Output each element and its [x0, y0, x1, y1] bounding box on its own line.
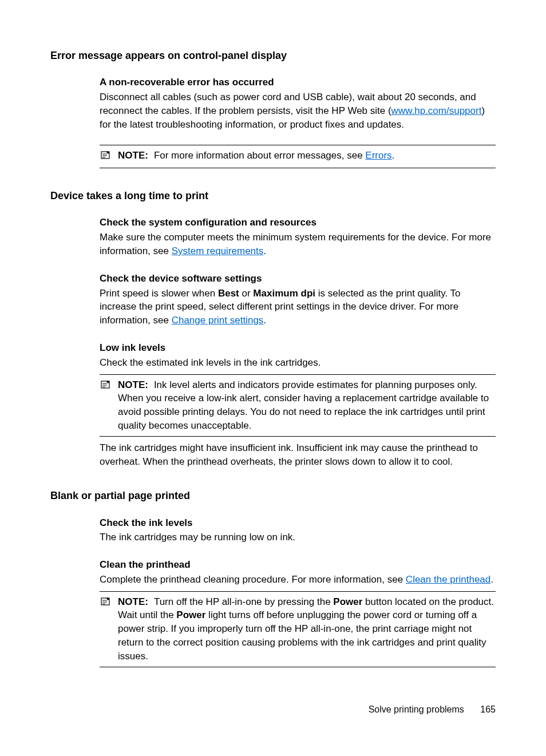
section-long-time-print: Device takes a long time to print Check …: [50, 189, 496, 468]
note-icon: [100, 596, 111, 611]
note-body-end: .: [392, 150, 395, 161]
note-text: NOTE:Ink level alerts and indicators pro…: [118, 378, 496, 433]
note-icon: [100, 150, 111, 164]
text-part: Make sure the computer meets the minimum…: [100, 232, 491, 256]
note-box-errors: NOTE:For more information about error me…: [100, 145, 496, 168]
note-body: For more information about error message…: [154, 150, 365, 161]
block-nonrecoverable: A non-recoverable error has occurred Dis…: [100, 76, 496, 131]
text-part: Complete the printhead cleaning procedur…: [100, 574, 406, 585]
section-blank-page: Blank or partial page printed Check the …: [50, 489, 496, 667]
subheading-nonrecoverable: A non-recoverable error has occurred: [100, 76, 496, 89]
block-check-ink: Check the ink levels The ink cartridges …: [100, 516, 496, 545]
heading-long-time: Device takes a long time to print: [50, 189, 496, 203]
subheading-clean-printhead: Clean the printhead: [100, 558, 496, 572]
text-check-ink: The ink cartridges may be running low on…: [100, 531, 496, 544]
page-number: 165: [480, 704, 496, 714]
heading-error-message: Error message appears on control-panel d…: [50, 49, 496, 63]
text-part: .: [263, 246, 266, 256]
heading-blank-page: Blank or partial page printed: [50, 489, 496, 503]
note-box-ink: NOTE:Ink level alerts and indicators pro…: [100, 374, 496, 437]
link-clean-printhead[interactable]: Clean the printhead: [406, 574, 490, 585]
note-body: Turn off the HP all-in-one by pressing t…: [154, 596, 333, 607]
link-system-requirements[interactable]: System requirements: [172, 246, 264, 256]
note-label: NOTE:: [118, 150, 148, 161]
subheading-system-config: Check the system configuration and resou…: [100, 216, 496, 229]
section-error-message: Error message appears on control-panel d…: [50, 49, 496, 168]
text-part: .: [263, 315, 266, 326]
note-text: NOTE:For more information about error me…: [118, 149, 496, 163]
page-footer: Solve printing problems 165: [369, 703, 496, 716]
bold-maxdpi: Maximum dpi: [253, 288, 315, 299]
text-after-note-ink: The ink cartridges might have insufficie…: [100, 441, 496, 469]
subheading-software: Check the device software settings: [100, 272, 496, 286]
block-system-config: Check the system configuration and resou…: [100, 216, 496, 258]
block-clean-printhead: Clean the printhead Complete the printhe…: [100, 558, 496, 587]
text-part: or: [239, 288, 254, 299]
text-low-ink: Check the estimated ink levels in the in…: [100, 356, 496, 370]
block-low-ink: Low ink levels Check the estimated ink l…: [100, 341, 496, 370]
note-label: NOTE:: [118, 379, 148, 390]
footer-text: Solve printing problems: [369, 704, 464, 714]
link-errors[interactable]: Errors: [365, 150, 391, 161]
block-software-settings: Check the device software settings Print…: [100, 272, 496, 327]
link-hp-support[interactable]: www.hp.com/support: [391, 105, 482, 116]
bold-best: Best: [218, 288, 239, 299]
bold-power2: Power: [176, 609, 205, 620]
text-part: Print speed is slower when: [100, 288, 218, 299]
text-nonrecoverable: Disconnect all cables (such as power cor…: [100, 90, 496, 131]
subheading-check-ink: Check the ink levels: [100, 516, 496, 530]
text-software: Print speed is slower when Best or Maxim…: [100, 287, 496, 327]
link-change-print-settings[interactable]: Change print settings: [172, 315, 264, 326]
note-body: Ink level alerts and indicators provide …: [118, 379, 489, 431]
note-icon: [100, 379, 111, 394]
note-text: NOTE:Turn off the HP all-in-one by press…: [118, 595, 496, 663]
note-label: NOTE:: [118, 596, 148, 607]
subheading-low-ink: Low ink levels: [100, 341, 496, 355]
text-part: .: [490, 574, 493, 585]
text-clean-printhead: Complete the printhead cleaning procedur…: [100, 573, 496, 587]
note-box-power: NOTE:Turn off the HP all-in-one by press…: [100, 591, 496, 667]
bold-power1: Power: [333, 596, 362, 607]
text-system-config: Make sure the computer meets the minimum…: [100, 231, 496, 258]
